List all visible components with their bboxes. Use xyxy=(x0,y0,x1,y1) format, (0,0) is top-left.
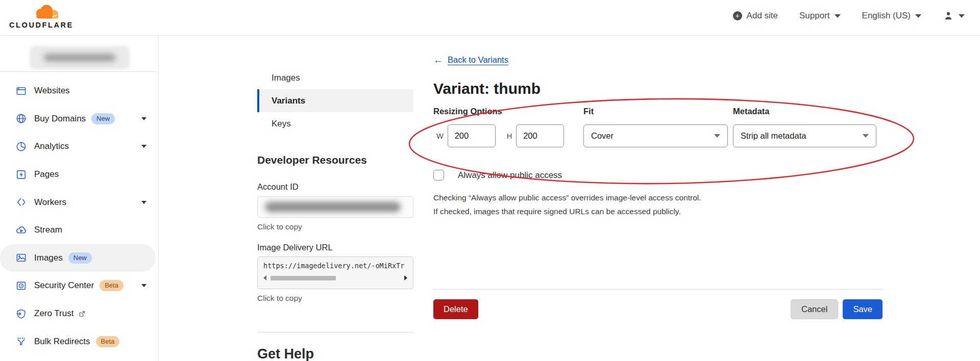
chevron-down-icon[interactable] xyxy=(141,284,146,287)
language-label: English (US) xyxy=(862,11,911,21)
sidebar-item-label: Zero Trust xyxy=(34,308,74,319)
sidebar-item-label: Security Center xyxy=(34,280,94,291)
chevron-down-icon[interactable] xyxy=(141,117,146,120)
shield-arrow-icon xyxy=(15,308,27,320)
add-site-label: Add site xyxy=(747,11,778,21)
language-menu[interactable]: English (US) xyxy=(862,11,921,21)
footer-divider xyxy=(433,289,883,290)
pages-icon xyxy=(15,169,27,181)
external-link-icon xyxy=(78,310,86,318)
sidebar-item-bulk-redirects[interactable]: Bulk RedirectsBeta xyxy=(0,327,156,355)
cloudflare-wordmark: CLOUDFLARE xyxy=(9,21,78,29)
chevron-down-icon[interactable] xyxy=(141,201,146,204)
height-input[interactable] xyxy=(516,124,564,147)
save-button[interactable]: Save xyxy=(843,299,883,319)
account-name-blur xyxy=(44,54,115,61)
cloudflare-dashboard: CLOUDFLARE + Add site Support English (U… xyxy=(0,0,980,361)
delivery-url-label: Image Delivery URL xyxy=(257,243,413,252)
plus-icon: + xyxy=(733,11,742,20)
pie-chart-icon xyxy=(15,141,27,152)
sidebar-item-label: Websites xyxy=(34,86,70,96)
cloudflare-logo[interactable]: CLOUDFLARE xyxy=(9,3,78,29)
add-site-button[interactable]: + Add site xyxy=(733,11,778,21)
sidebar-item-label: Analytics xyxy=(34,141,69,151)
get-help-title: Get Help xyxy=(257,346,413,361)
beta-badge: Beta xyxy=(96,336,120,347)
account-id-copy-box[interactable] xyxy=(257,196,413,218)
account-id-label: Account ID xyxy=(257,182,413,192)
sidebar-item-label: Bulk Redirects xyxy=(34,337,90,347)
scrollbar-thumb[interactable] xyxy=(271,276,336,280)
cloudflare-cloud-icon xyxy=(33,3,61,20)
scroll-right-arrow[interactable] xyxy=(404,275,407,280)
support-label: Support xyxy=(799,11,830,21)
sidebar-item-pages[interactable]: Pages xyxy=(0,161,156,189)
sidebar-item-stream[interactable]: Stream xyxy=(0,216,156,244)
browser-icon xyxy=(15,85,27,97)
sidebar-item-label: Pages xyxy=(34,169,59,179)
delete-button[interactable]: Delete xyxy=(433,299,478,319)
back-arrow-icon: ← xyxy=(433,55,443,65)
images-subnav: ImagesVariantsKeys xyxy=(257,66,413,135)
chevron-down-icon[interactable] xyxy=(141,145,146,148)
fit-select[interactable]: Cover xyxy=(583,124,728,147)
resizing-options-label: Resizing Options xyxy=(433,107,583,116)
sidebar-item-buy-domains[interactable]: Buy DomainsNew xyxy=(0,105,156,133)
note-line-2: If checked, images that require signed U… xyxy=(433,204,883,218)
scroll-left-arrow[interactable] xyxy=(263,275,266,280)
subnav-item-keys[interactable]: Keys xyxy=(257,112,413,135)
account-id-redacted xyxy=(265,202,401,212)
delivery-url-copy-box[interactable]: https://imagedelivery.net/-oMiRxTr xyxy=(257,256,413,289)
new-badge: New xyxy=(91,113,115,124)
chevron-down-icon xyxy=(863,134,869,138)
support-menu[interactable]: Support xyxy=(799,11,841,21)
sidebar-item-analytics[interactable]: Analytics xyxy=(0,133,156,161)
workers-icon xyxy=(15,196,27,208)
height-label: H xyxy=(507,132,512,140)
sidebar-divider xyxy=(0,71,159,72)
top-menu: + Add site Support English (US) xyxy=(733,0,965,32)
top-bar: CLOUDFLARE + Add site Support English (U… xyxy=(0,0,980,36)
secondary-column: ImagesVariantsKeys Developer Resources A… xyxy=(257,36,413,361)
sidebar-item-zero-trust[interactable]: Zero Trust xyxy=(0,300,156,328)
sidebar: WebsitesBuy DomainsNewAnalyticsPagesWork… xyxy=(0,36,159,361)
chevron-down-icon xyxy=(915,14,921,18)
public-access-checkbox[interactable] xyxy=(433,170,444,181)
delivery-url-copy-hint: Click to copy xyxy=(257,294,413,303)
sidebar-item-label: Buy Domains xyxy=(34,114,86,124)
cancel-button[interactable]: Cancel xyxy=(791,299,838,319)
width-label: W xyxy=(436,132,444,140)
sidebar-nav: WebsitesBuy DomainsNewAnalyticsPagesWork… xyxy=(0,77,159,355)
page-title: Variant: thumb xyxy=(433,80,883,97)
public-access-label[interactable]: Always allow public access xyxy=(458,170,562,181)
delivery-url-value: https://imagedelivery.net/-oMiRxTr xyxy=(263,262,407,270)
fit-selected-value: Cover xyxy=(591,131,714,141)
account-id-copy-hint: Click to copy xyxy=(257,222,413,231)
metadata-select[interactable]: Strip all metadata xyxy=(733,124,876,147)
sidebar-item-label: Stream xyxy=(34,225,62,235)
beta-badge: Beta xyxy=(100,280,124,291)
fit-label: Fit xyxy=(583,107,733,116)
back-to-variants-link[interactable]: ← Back to Variants xyxy=(433,55,508,65)
subnav-item-variants[interactable]: Variants xyxy=(257,89,413,112)
user-menu[interactable] xyxy=(943,10,965,21)
subnav-item-images[interactable]: Images xyxy=(257,66,413,89)
metadata-label: Metadata xyxy=(733,107,876,116)
sidebar-item-security-center[interactable]: Security CenterBeta xyxy=(0,272,156,300)
sidebar-item-websites[interactable]: Websites xyxy=(0,77,156,105)
chevron-down-icon xyxy=(714,134,720,138)
sidebar-item-label: Workers xyxy=(34,197,66,208)
public-access-note: Checking “Always allow public access” ov… xyxy=(433,191,883,218)
footer-buttons: Delete Cancel Save xyxy=(433,299,883,319)
account-name-redacted[interactable] xyxy=(30,46,130,69)
sidebar-item-workers[interactable]: Workers xyxy=(0,188,156,216)
subcol-divider xyxy=(257,332,413,332)
sidebar-item-images[interactable]: ImagesNew xyxy=(0,244,156,272)
note-line-1: Checking “Always allow public access” ov… xyxy=(433,191,883,204)
new-badge: New xyxy=(68,252,92,264)
scrollbar-track[interactable] xyxy=(268,275,402,281)
dimensions-row: W H xyxy=(433,124,583,147)
stream-cloud-icon xyxy=(15,224,27,236)
width-input[interactable] xyxy=(448,124,496,147)
user-icon xyxy=(943,10,954,21)
